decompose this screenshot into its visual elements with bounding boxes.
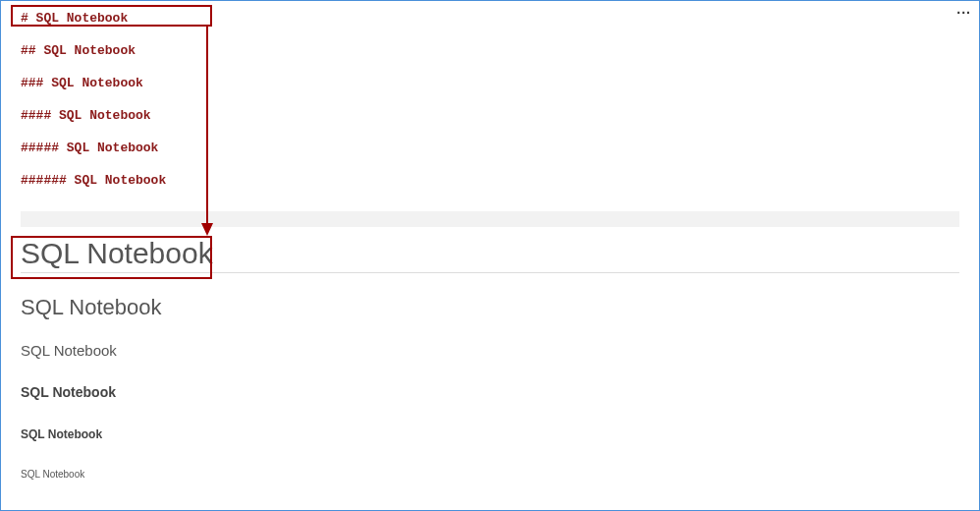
rendered-h2: SQL Notebook [21, 295, 959, 320]
rendered-h4: SQL Notebook [21, 384, 959, 400]
source-h1: # SQL Notebook [21, 11, 959, 26]
rendered-h1: SQL Notebook [21, 237, 959, 273]
separator [21, 211, 959, 227]
source-h5: ##### SQL Notebook [21, 141, 959, 155]
rendered-h3: SQL Notebook [21, 342, 959, 359]
markdown-source[interactable]: # SQL Notebook ## SQL Notebook ### SQL N… [1, 1, 979, 211]
source-h3: ### SQL Notebook [21, 76, 959, 90]
more-menu-icon[interactable]: ··· [956, 5, 971, 21]
notebook-cell: ··· # SQL Notebook ## SQL Notebook ### S… [0, 0, 980, 511]
markdown-rendered: SQL Notebook SQL Notebook SQL Notebook S… [1, 237, 979, 489]
source-h6: ###### SQL Notebook [21, 173, 959, 188]
rendered-h6: SQL Notebook [21, 469, 959, 480]
rendered-h5: SQL Notebook [21, 427, 959, 441]
source-h4: #### SQL Notebook [21, 108, 959, 123]
source-h2: ## SQL Notebook [21, 43, 959, 58]
